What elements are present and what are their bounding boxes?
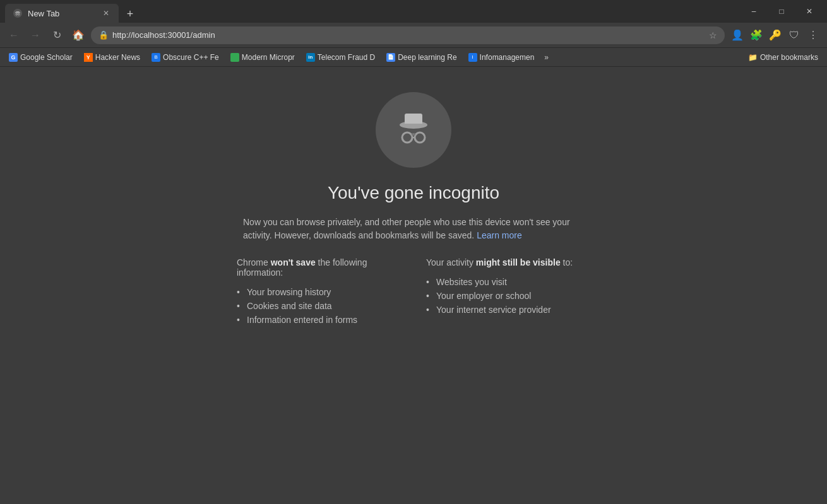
might-visible-bold: might still be visible <box>476 257 561 267</box>
bookmark-infomanagement-label: Infomanagemen <box>480 53 535 62</box>
tab-strip: New Tab ✕ + <box>5 0 736 23</box>
svg-rect-9 <box>401 124 426 127</box>
tab-favicon <box>13 8 23 18</box>
profile-icon[interactable]: 👤 <box>729 26 746 44</box>
list-item: Your internet service provider <box>426 303 590 317</box>
bookmark-telecom-fraud[interactable]: in Telecom Fraud D <box>301 52 380 63</box>
incognito-title: You've gone incognito <box>328 183 499 203</box>
ublock-icon[interactable]: 🛡 <box>785 26 803 44</box>
wont-save-intro: Chrome <box>237 257 268 267</box>
incognito-circle <box>376 92 451 168</box>
bookmarks-more-button[interactable]: » <box>540 52 552 63</box>
new-tab-button[interactable]: + <box>121 5 139 23</box>
active-tab[interactable]: New Tab ✕ <box>5 4 119 23</box>
bookmark-hacker-news[interactable]: Y Hacker News <box>79 52 145 63</box>
bookmark-obscure-cpp[interactable]: B Obscure C++ Fe <box>146 52 224 63</box>
url-input[interactable] <box>112 30 705 40</box>
incognito-icon-container <box>376 92 451 168</box>
modern-micropr-favicon <box>230 53 239 62</box>
title-bar: New Tab ✕ + – □ ✕ <box>0 0 827 23</box>
wont-save-column: Chrome won't save the following informat… <box>237 257 401 327</box>
toolbar-right: 👤 🧩 🔑 🛡 ⋮ <box>729 26 822 44</box>
bookmark-modern-micropr-label: Modern Micropr <box>242 53 295 62</box>
back-button[interactable]: ← <box>5 26 23 44</box>
bookmarks-right: 📁 Other bookmarks <box>743 52 823 63</box>
toolbar: ← → ↻ 🏠 🔒 ☆ 👤 🧩 🔑 🛡 ⋮ <box>0 23 827 48</box>
tab-title: New Tab <box>28 9 96 18</box>
svg-point-13 <box>412 133 415 136</box>
reload-button[interactable]: ↻ <box>48 26 66 44</box>
address-bar[interactable]: 🔒 ☆ <box>91 26 725 44</box>
might-visible-suffix: to: <box>563 257 573 267</box>
maximize-button[interactable]: □ <box>769 0 794 23</box>
lock-icon: 🔒 <box>98 30 109 40</box>
bookmark-google-scholar-label: Google Scholar <box>20 53 73 62</box>
list-item: Websites you visit <box>426 275 590 289</box>
wont-save-list: Your browsing history Cookies and site d… <box>237 285 401 327</box>
google-scholar-favicon: G <box>9 53 18 62</box>
bookmarks-bar: G Google Scholar Y Hacker News B Obscure… <box>0 48 827 67</box>
might-visible-column: Your activity might still be visible to:… <box>426 257 590 327</box>
info-columns: Chrome won't save the following informat… <box>237 257 590 327</box>
minimize-button[interactable]: – <box>741 0 766 23</box>
list-item: Your employer or school <box>426 289 590 303</box>
svg-point-11 <box>415 132 425 143</box>
learn-more-link[interactable]: Learn more <box>477 230 522 240</box>
list-item: Information entered in forms <box>237 313 401 327</box>
wont-save-bold: won't save <box>271 257 316 267</box>
svg-point-10 <box>402 132 412 143</box>
home-button[interactable]: 🏠 <box>69 26 87 44</box>
might-visible-intro: Your activity <box>426 257 473 267</box>
list-item: Your browsing history <box>237 285 401 299</box>
close-button[interactable]: ✕ <box>797 0 822 23</box>
hacker-news-favicon: Y <box>84 53 93 62</box>
extensions-icon[interactable]: 🧩 <box>747 26 765 44</box>
bookmark-google-scholar[interactable]: G Google Scholar <box>4 52 78 63</box>
page-content: You've gone incognito Now you can browse… <box>0 67 827 504</box>
bookmark-telecom-fraud-label: Telecom Fraud D <box>318 53 375 62</box>
bookmark-deep-learning[interactable]: 📄 Deep learning Re <box>381 52 461 63</box>
menu-icon[interactable]: ⋮ <box>804 26 822 44</box>
incognito-svg-icon <box>391 107 436 153</box>
bookmark-star-icon[interactable]: ☆ <box>709 30 717 40</box>
bookmark-infomanagement[interactable]: I Infomanagemen <box>463 52 540 63</box>
svg-rect-3 <box>15 13 20 13</box>
bookmark-deep-learning-label: Deep learning Re <box>398 53 456 62</box>
obscure-cpp-favicon: B <box>152 53 160 62</box>
window-controls: – □ ✕ <box>741 0 822 23</box>
bitwarden-icon[interactable]: 🔑 <box>766 26 784 44</box>
forward-button[interactable]: → <box>27 26 44 44</box>
telecom-fraud-favicon: in <box>306 53 315 62</box>
might-visible-title: Your activity might still be visible to: <box>426 257 590 267</box>
tab-close-button[interactable]: ✕ <box>101 8 111 18</box>
might-visible-list: Websites you visit Your employer or scho… <box>426 275 590 317</box>
other-bookmarks-button[interactable]: 📁 Other bookmarks <box>743 52 823 63</box>
list-item: Cookies and site data <box>237 299 401 313</box>
bookmark-hacker-news-label: Hacker News <box>95 53 140 62</box>
infomanagement-favicon: I <box>468 53 477 62</box>
bookmark-obscure-cpp-label: Obscure C++ Fe <box>163 53 219 62</box>
incognito-description: Now you can browse privately, and other … <box>243 216 584 242</box>
other-bookmarks-label: Other bookmarks <box>760 53 818 62</box>
folder-icon: 📁 <box>748 53 758 62</box>
deep-learning-favicon: 📄 <box>386 53 395 62</box>
bookmark-modern-micropr[interactable]: Modern Micropr <box>225 52 300 63</box>
wont-save-title: Chrome won't save the following informat… <box>237 257 401 278</box>
